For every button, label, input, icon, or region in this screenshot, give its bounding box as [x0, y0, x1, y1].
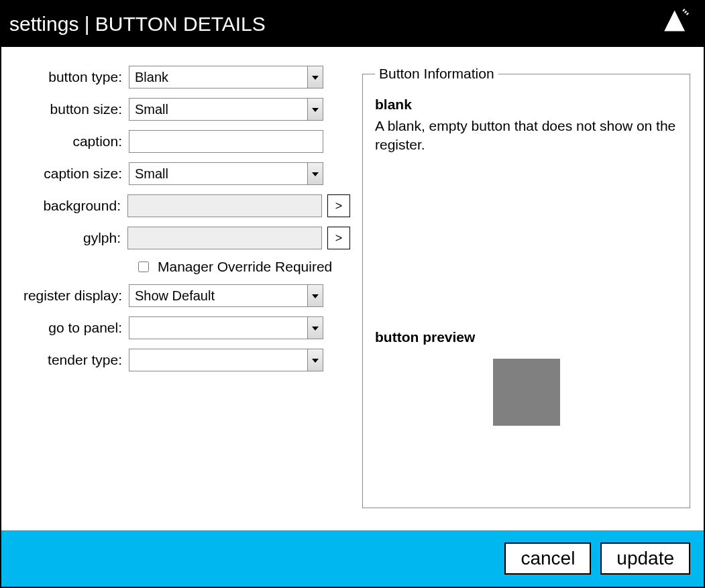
dropdown-tender-type[interactable]: [129, 349, 323, 371]
header-bar: settings | BUTTON DETAILS: [1, 1, 704, 47]
label-caption-size: caption size:: [15, 166, 129, 182]
row-caption: caption:: [15, 130, 350, 153]
label-button-type: button type:: [15, 69, 129, 85]
cancel-button[interactable]: cancel: [504, 542, 591, 575]
footer-bar: cancel update: [1, 530, 704, 587]
button-preview: [493, 359, 560, 426]
row-register-display: register display: Show Default: [15, 284, 350, 307]
row-button-size: button size: Small: [15, 98, 350, 121]
row-glyph: gylph: >: [15, 227, 350, 249]
label-caption: caption:: [15, 133, 129, 150]
input-caption[interactable]: [129, 130, 323, 153]
preview-label: button preview: [375, 329, 677, 345]
dropdown-button-type[interactable]: Blank: [129, 66, 323, 89]
row-caption-size: caption size: Small: [15, 162, 350, 185]
row-background: background: >: [15, 194, 350, 217]
row-tender-type: tender type:: [15, 349, 350, 371]
field-background: [127, 194, 322, 217]
label-background: background:: [15, 198, 127, 214]
info-legend: Button Information: [375, 66, 498, 82]
field-glyph: [127, 227, 322, 249]
app-logo-icon: [661, 7, 690, 42]
info-column: Button Information blank A blank, empty …: [362, 66, 690, 524]
label-register-display: register display:: [15, 288, 129, 304]
dropdown-go-to-panel[interactable]: [129, 316, 323, 339]
checkbox-manager-override[interactable]: [138, 261, 149, 272]
label-button-size: button size:: [15, 101, 129, 117]
page-title: settings | BUTTON DETAILS: [9, 13, 266, 36]
label-go-to-panel: go to panel:: [15, 320, 129, 336]
row-manager-override: Manager Override Required: [135, 259, 350, 275]
row-button-type: button type: Blank: [15, 66, 350, 89]
button-information-group: Button Information blank A blank, empty …: [362, 66, 690, 508]
row-go-to-panel: go to panel:: [15, 316, 350, 339]
label-manager-override: Manager Override Required: [158, 259, 332, 275]
dropdown-button-size[interactable]: Small: [129, 98, 323, 121]
label-glyph: gylph:: [15, 230, 127, 246]
content-area: button type: Blank button size: Small ca…: [1, 47, 704, 530]
dropdown-register-display[interactable]: Show Default: [129, 284, 323, 307]
label-tender-type: tender type:: [15, 352, 129, 368]
browse-glyph-button[interactable]: >: [327, 227, 350, 249]
browse-background-button[interactable]: >: [327, 194, 350, 217]
info-title: blank: [375, 97, 677, 113]
update-button[interactable]: update: [600, 542, 690, 575]
form-column: button type: Blank button size: Small ca…: [15, 66, 350, 524]
dropdown-caption-size[interactable]: Small: [129, 162, 323, 185]
info-description: A blank, empty button that does not show…: [375, 117, 677, 155]
